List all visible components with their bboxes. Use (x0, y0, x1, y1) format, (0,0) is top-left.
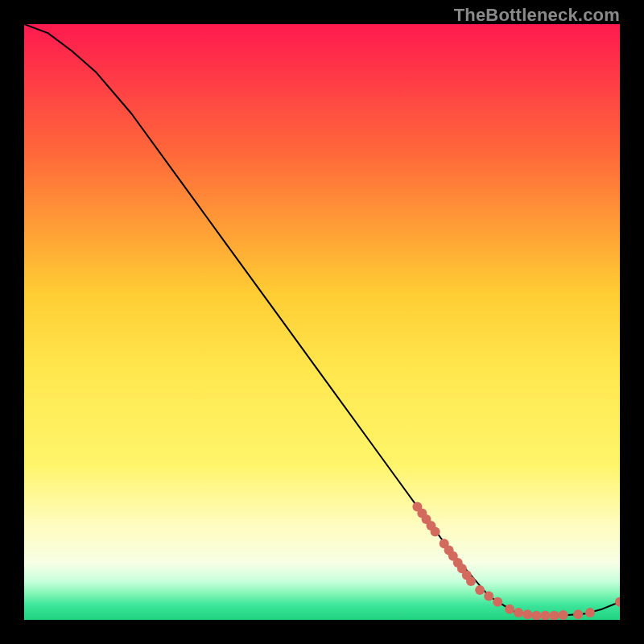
gradient-background (24, 24, 620, 620)
data-marker (493, 597, 502, 607)
data-marker (559, 610, 568, 620)
data-marker (514, 608, 523, 617)
data-marker (573, 609, 583, 619)
plot-area (24, 24, 620, 620)
data-marker (522, 609, 532, 619)
data-marker (505, 605, 514, 614)
chart-frame: TheBottleneck.com (0, 0, 644, 644)
data-marker (475, 585, 485, 595)
data-marker (431, 526, 440, 536)
data-marker (585, 608, 595, 617)
data-marker (466, 576, 476, 586)
chart-svg (24, 24, 620, 620)
data-marker (484, 591, 493, 601)
watermark-text: TheBottleneck.com (454, 5, 620, 26)
